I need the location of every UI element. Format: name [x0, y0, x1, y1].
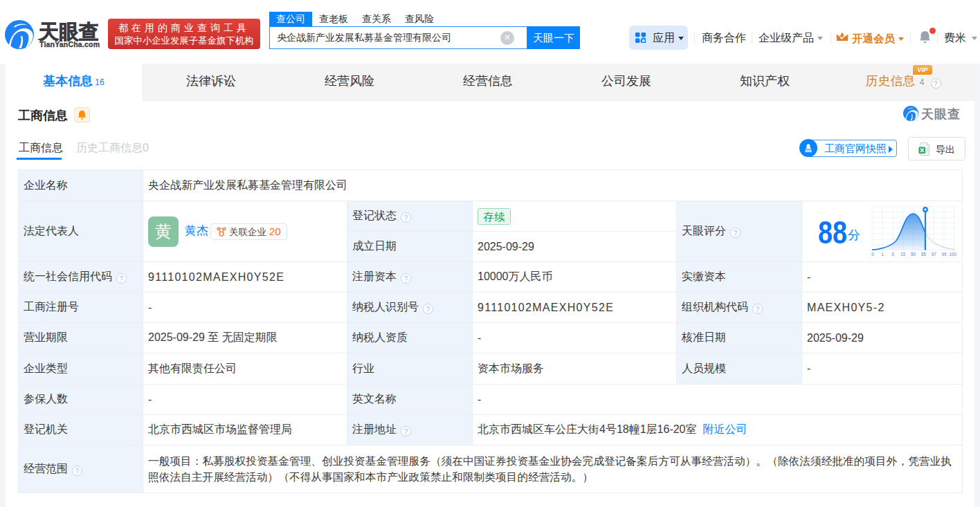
- svg-text:1: 1: [881, 252, 884, 257]
- svg-text:85: 85: [921, 252, 927, 257]
- svg-text:50: 50: [911, 252, 916, 257]
- svg-text:99: 99: [942, 252, 947, 257]
- svg-text:3: 3: [891, 252, 894, 257]
- svg-text:0: 0: [871, 252, 874, 257]
- svg-text:97: 97: [932, 252, 937, 257]
- svg-text:100: 100: [949, 252, 956, 257]
- svg-text:15: 15: [900, 252, 906, 257]
